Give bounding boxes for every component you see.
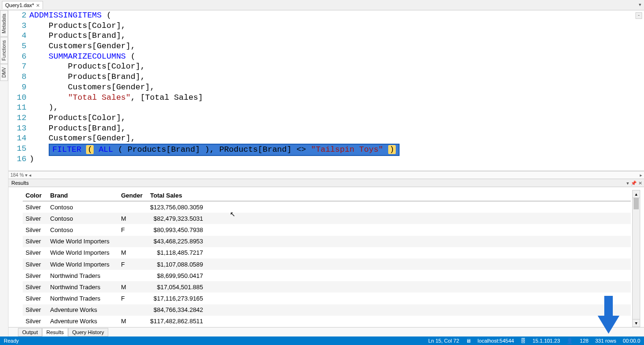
cube-icon: 🗄 xyxy=(521,338,526,344)
vertical-scrollbar[interactable]: ▴ ▾ xyxy=(632,190,640,327)
results-grid[interactable]: ColorBrandGenderTotal Sales SilverContos… xyxy=(23,190,631,327)
table-row[interactable]: SilverNorthwind TradersF$17,116,273.9165 xyxy=(23,293,631,304)
code-lines[interactable]: ADDMISSINGITEMS ( Products[Color], Produ… xyxy=(29,10,644,171)
side-tab-functions[interactable]: Functions xyxy=(0,37,8,64)
table-row[interactable]: SilverWide World ImportersF$1,107,088.05… xyxy=(23,259,631,270)
table-row[interactable]: SilverContosoM$82,479,323.5031 xyxy=(23,213,631,224)
dropdown-icon[interactable]: ▾ xyxy=(627,181,629,186)
tab-output[interactable]: Output xyxy=(18,328,42,336)
table-row[interactable]: SilverNorthwind TradersM$17,054,501.885 xyxy=(23,281,631,293)
zoom-bar: 184 % ▾ ◂ ▸ xyxy=(9,171,644,179)
side-tab-metadata[interactable]: Metadata xyxy=(0,10,8,37)
table-row[interactable]: SilverAdventure WorksM$117,482,862.8511 xyxy=(23,316,631,327)
file-tab-label: Query1.dax* xyxy=(5,2,34,8)
tab-bar: Query1.dax* ✕ ▾ xyxy=(0,0,644,10)
scroll-right-icon[interactable]: ▸ xyxy=(640,172,642,178)
status-ready: Ready xyxy=(4,338,19,344)
line-gutter: 2345678910111213141516 xyxy=(9,10,29,171)
zoom-level[interactable]: 184 % ▾ ◂ xyxy=(10,172,31,178)
file-tab[interactable]: Query1.dax* ✕ xyxy=(2,1,43,9)
server-icon: 🖥 xyxy=(466,338,471,344)
status-version: 15.1.101.23 xyxy=(532,338,560,344)
column-header[interactable]: Total Sales xyxy=(148,190,208,201)
user-icon: 👤 xyxy=(566,338,573,344)
chevron-down-icon[interactable]: ▾ xyxy=(639,2,641,7)
table-row[interactable]: SilverWide World Importers$43,468,225.89… xyxy=(23,236,631,247)
table-row[interactable]: SilverContosoF$80,993,450.7938 xyxy=(23,224,631,235)
side-tab-dmv[interactable]: DMV xyxy=(0,64,8,81)
close-icon[interactable]: ✕ xyxy=(36,3,40,8)
scroll-thumb[interactable] xyxy=(634,198,639,209)
pin-icon[interactable]: 📌 xyxy=(631,181,636,186)
results-grid-wrap: ColorBrandGenderTotal Sales SilverContos… xyxy=(9,187,644,327)
status-spid: 128 xyxy=(580,338,588,344)
status-time: 00:00.0 xyxy=(623,338,640,344)
table-row[interactable]: SilverAdventure Works$84,766,334.2842 xyxy=(23,304,631,316)
status-server: localhost:54544 xyxy=(478,338,514,344)
column-header[interactable]: Color xyxy=(23,190,47,201)
column-header[interactable]: Gender xyxy=(118,190,148,201)
tab-results[interactable]: Results xyxy=(42,328,68,336)
main-area: Metadata Functions DMV - 234567891011121… xyxy=(0,10,644,336)
status-cursor-pos: Ln 15, Col 72 xyxy=(428,338,459,344)
scroll-down-icon[interactable]: ▾ xyxy=(633,319,640,327)
editor-wrap: - 2345678910111213141516 ADDMISSINGITEMS… xyxy=(9,10,644,336)
code-editor[interactable]: - 2345678910111213141516 ADDMISSINGITEMS… xyxy=(9,10,644,171)
results-pane-header: Results ▾ 📌 ✕ xyxy=(9,179,644,187)
results-pane-title: Results xyxy=(11,180,29,186)
table-row[interactable]: SilverNorthwind Traders$8,699,950.0417 xyxy=(23,270,631,281)
collapse-icon[interactable]: - xyxy=(635,12,642,19)
bottom-tabs: Output Results Query History xyxy=(9,327,644,336)
close-icon[interactable]: ✕ xyxy=(638,181,642,186)
table-row[interactable]: SilverWide World ImportersM$1,118,485.72… xyxy=(23,247,631,259)
column-header[interactable]: Brand xyxy=(47,190,118,201)
side-tabs: Metadata Functions DMV xyxy=(0,10,9,336)
status-bar: Ready Ln 15, Col 72 🖥 localhost:54544 🗄 … xyxy=(0,336,644,345)
scroll-up-icon[interactable]: ▴ xyxy=(633,190,640,198)
table-row[interactable]: SilverContoso$123,756,080.3059 xyxy=(23,201,631,213)
tab-query-history[interactable]: Query History xyxy=(68,328,108,336)
status-rows: 331 rows xyxy=(595,338,617,344)
